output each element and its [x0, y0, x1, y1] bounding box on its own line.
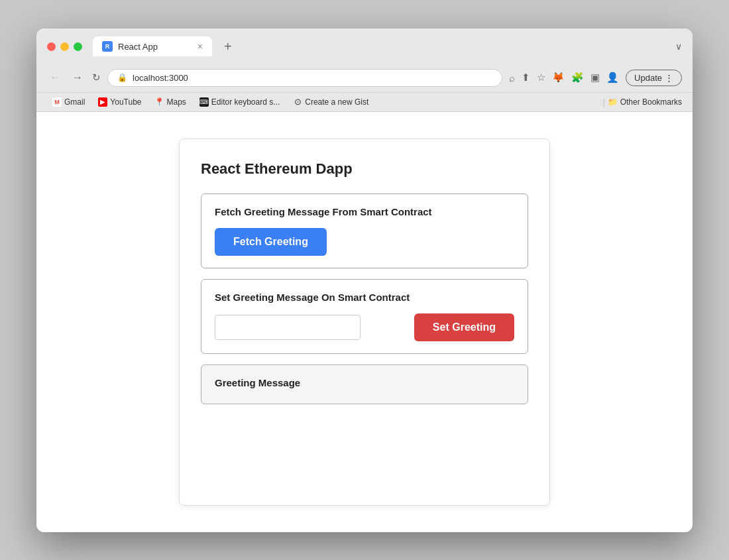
- sidebar-icon[interactable]: ▣: [590, 72, 600, 84]
- bookmark-gmail-label: Gmail: [64, 97, 85, 107]
- maps-icon: 📍: [155, 97, 164, 107]
- bookmark-gmail[interactable]: M Gmail: [47, 95, 90, 109]
- greeting-display: Greeting Message: [201, 364, 528, 404]
- greeting-input[interactable]: [215, 315, 361, 340]
- browser-content: React Ethereum Dapp Fetch Greeting Messa…: [36, 112, 693, 532]
- maximize-button[interactable]: [74, 42, 82, 51]
- fetch-greeting-card-title: Fetch Greeting Message From Smart Contra…: [215, 206, 514, 217]
- update-dots: ⋮: [665, 73, 673, 83]
- other-bookmarks[interactable]: 📁 Other Bookmarks: [608, 97, 682, 107]
- fetch-greeting-card: Fetch Greeting Message From Smart Contra…: [201, 194, 528, 268]
- editor-icon: ⌨: [199, 97, 209, 107]
- set-greeting-button[interactable]: Set Greeting: [414, 313, 514, 341]
- set-greeting-row: Set Greeting: [215, 313, 514, 341]
- bookmark-maps[interactable]: 📍 Maps: [150, 95, 192, 109]
- github-icon: ⊙: [293, 97, 302, 107]
- extensions-icon[interactable]: 🧩: [571, 72, 584, 84]
- bookmarks-right: | 📁 Other Bookmarks: [603, 97, 683, 107]
- fox-icon[interactable]: 🦊: [552, 72, 565, 84]
- update-button[interactable]: Update ⋮: [626, 70, 682, 86]
- bookmark-github-label: Create a new Gist: [305, 97, 368, 107]
- bookmark-maps-label: Maps: [167, 97, 186, 107]
- app-container: React Ethereum Dapp Fetch Greeting Messa…: [179, 139, 550, 506]
- browser-window: R React App × + ∨ ← → ↻ 🔒 localhost:3000…: [36, 28, 693, 532]
- tab-list-chevron[interactable]: ∨: [675, 41, 682, 52]
- set-greeting-card: Set Greeting Message On Smart Contract S…: [201, 279, 528, 354]
- update-label: Update: [634, 73, 662, 83]
- forward-button[interactable]: →: [70, 70, 85, 85]
- new-tab-button[interactable]: +: [219, 36, 237, 57]
- bookmark-youtube-label: YouTube: [110, 97, 141, 107]
- minimize-button[interactable]: [60, 42, 69, 51]
- bookmark-icon[interactable]: ☆: [537, 72, 545, 84]
- other-bookmarks-label: Other Bookmarks: [620, 97, 682, 107]
- title-bar: R React App × + ∨: [36, 28, 693, 64]
- profile-icon[interactable]: 👤: [606, 72, 619, 84]
- tab-close-button[interactable]: ×: [197, 42, 203, 51]
- tab-bar: R React App × + ∨: [93, 36, 682, 57]
- youtube-icon: ▶: [98, 97, 107, 107]
- traffic-lights: [47, 42, 82, 51]
- tab-favicon: R: [102, 41, 113, 52]
- close-button[interactable]: [47, 42, 56, 51]
- bookmark-github[interactable]: ⊙ Create a new Gist: [288, 95, 374, 109]
- fetch-greeting-button[interactable]: Fetch Greeting: [215, 228, 327, 256]
- gmail-icon: M: [52, 97, 62, 107]
- bookmark-editor[interactable]: ⌨ Editor keyboard s...: [194, 95, 285, 109]
- app-title: React Ethereum Dapp: [201, 160, 528, 178]
- other-bookmarks-icon: 📁: [608, 97, 618, 107]
- url-text: localhost:3000: [133, 73, 492, 83]
- set-greeting-card-title: Set Greeting Message On Smart Contract: [215, 292, 514, 303]
- greeting-display-text: Greeting Message: [215, 377, 300, 388]
- bookmarks-divider: |: [603, 97, 605, 107]
- reload-button[interactable]: ↻: [92, 72, 101, 84]
- active-tab[interactable]: R React App ×: [93, 36, 212, 56]
- tab-title: React App: [118, 42, 192, 52]
- bookmark-editor-label: Editor keyboard s...: [211, 97, 280, 107]
- search-icon[interactable]: ⌕: [509, 72, 515, 84]
- back-button[interactable]: ←: [47, 70, 63, 85]
- bookmark-youtube[interactable]: ▶ YouTube: [93, 95, 146, 109]
- toolbar-icons: ⌕ ⬆ ☆ 🦊 🧩 ▣ 👤: [509, 72, 619, 84]
- bookmarks-bar: M Gmail ▶ YouTube 📍 Maps ⌨ Editor keyboa…: [36, 93, 693, 112]
- address-bar: ← → ↻ 🔒 localhost:3000 ⌕ ⬆ ☆ 🦊 🧩 ▣ 👤 Upd…: [36, 64, 693, 93]
- lock-icon: 🔒: [117, 73, 127, 82]
- share-icon[interactable]: ⬆: [522, 72, 530, 84]
- url-bar[interactable]: 🔒 localhost:3000: [107, 69, 502, 87]
